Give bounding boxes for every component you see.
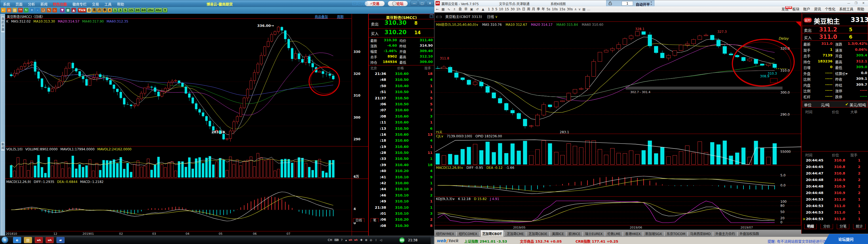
left-chart-area[interactable]: 美豆粉连(SMCC)〈日线〉 商品叠加 周期 KMA5:312.02MA10:3… [5,14,352,236]
menu-帮助[interactable]: 帮助 [114,0,127,6]
exchange-tab-外盘加权指数[interactable]: 外盘加权指数 [738,230,761,237]
wh6-icon[interactable]: wh [35,237,43,243]
filter-icon[interactable]: ▼ [60,8,65,12]
left-candlestick-chart[interactable]: 336.00→283.10 [5,19,352,232]
pobo-icon[interactable]: ▰ [56,237,65,243]
tab-daily[interactable]: 日线 [353,218,364,222]
trade-button[interactable]: ⚡交易 [365,1,385,6]
close-button[interactable]: ✕ [426,1,434,6]
trade-row[interactable]: :16310.6013 [369,132,434,139]
exchange-tab-芝加哥CBOE[interactable]: 芝加哥CBOE [527,230,549,237]
draw-icon[interactable]: ✎ [47,8,51,12]
wh6-icon[interactable]: wh [45,237,54,243]
menu-账户[interactable]: 账户 [803,6,810,12]
menu-徽商专栏[interactable]: 徽商专栏 [70,0,89,6]
quote-board-icon[interactable]: ▤ [12,8,17,12]
period-周[interactable]: 周 [92,8,97,12]
menu-页面[interactable]: 页面 [13,0,25,6]
trade-row[interactable]: :42310.001 [369,181,434,187]
refresh-icon[interactable]: ↻ [24,8,29,12]
trade-row[interactable]: :07310.607 [369,108,434,114]
trend-icon[interactable]: ▲ [71,8,76,12]
buy-row[interactable]: 买入 311.0 6 [802,33,868,41]
toolbar-nav[interactable]: ▦ [582,7,585,12]
ie-icon[interactable]: e [13,237,21,243]
trade-row[interactable]: :01310.103 [369,211,434,217]
zoom-out-icon[interactable]: - [35,8,40,12]
exchange-tab-纽约NYMEX[interactable]: 纽约NYMEX [434,230,456,237]
quote-tab-分笔[interactable]: 分笔 [837,224,849,229]
trade-row[interactable]: 20:44:53311.01 [802,204,868,210]
trade-row[interactable]: :13310.506 [369,126,434,132]
menu-交易[interactable]: 交易 [89,0,102,6]
exchange-tab-外盘主力合约[interactable]: 外盘主力合约 [714,230,736,237]
language-indicator[interactable]: CH [328,238,332,242]
period-月[interactable]: 月 [532,7,535,12]
maximize-button[interactable]: ❐ [853,1,859,5]
minimize-button[interactable]: — [410,1,418,6]
period-15[interactable]: 15 [128,8,134,12]
period-15[interactable]: 15 [505,7,509,12]
wh6-tray-icon[interactable]: wh [348,238,352,242]
trade-row[interactable]: 20:44:48310.92 [802,178,868,184]
right-candlestick-chart[interactable]: 311.8328.1327.3310.3302.7 - 301.4283.175… [434,22,801,225]
exchange-tab-伦敦LME[interactable]: 伦敦LME [606,230,622,237]
period-30s[interactable]: 30s [567,7,573,12]
trade-row[interactable]: :48310.504 [369,78,434,84]
menu-资讯[interactable]: 资讯 [814,6,821,12]
period-周[interactable]: 周 [527,7,530,12]
trade-row[interactable]: :18310.604 [369,139,434,144]
exchange-tab-东京TOCOM[interactable]: 东京TOCOM [665,230,687,237]
start-button[interactable]: ⊞ [1,236,8,243]
network-icon[interactable]: ⟟ [374,238,378,242]
period-年[interactable]: 年 [541,7,545,12]
trade-row[interactable]: :33310.501 [369,157,434,162]
zoom-in-icon[interactable]: + [30,8,34,12]
trade-row[interactable]: 21:38310.101 [369,206,434,211]
right-trades-list[interactable]: 20:44:45310.8120:44:45310.8220:44:47310.… [802,158,868,223]
period-季[interactable]: 季 [537,7,540,12]
exchange-tab-新加坡SGX[interactable]: 新加坡SGX [644,230,663,237]
plug-icon[interactable]: ⎆ [369,238,373,242]
menu-分析[interactable]: 分析 [25,0,38,6]
taskbar-clock[interactable]: 21:38 [408,238,417,242]
flame-icon[interactable]: ♨ [52,8,57,12]
exchange-tab-芝加哥CME[interactable]: 芝加哥CME [505,230,525,237]
period-季[interactable]: 季 [102,8,107,12]
trade-row[interactable]: 20:44:48310.92 [802,191,868,197]
lock-icon[interactable] [609,1,612,5]
back-icon[interactable]: ← [1,8,6,12]
menu-系统[interactable]: 系统 [0,0,13,6]
refresh-icon[interactable]: ↺ [475,7,480,12]
trade-row[interactable]: :28310.5011 [369,151,434,157]
period-1h[interactable]: 1h [516,7,520,12]
close-button[interactable]: ✕ [860,1,867,5]
wh6-tray-icon[interactable]: wh [354,238,358,242]
up-arrow-icon[interactable]: ▴ [344,238,348,242]
exchange-tab-芝加哥CBOT[interactable]: 芝加哥CBOT [480,230,504,237]
period-1[interactable]: 1 [113,8,117,12]
layers-icon[interactable]: ❏ [41,8,45,12]
period-Tick[interactable]: Tick [78,8,86,12]
menu-个性化[interactable]: 个性化 [825,6,835,12]
maximize-button[interactable]: □ [418,1,426,6]
trade-row[interactable]: 20:44:45310.82 [802,165,868,171]
back-icon[interactable]: ← [435,7,440,12]
exchange-tab-瑞士EUREX[interactable]: 瑞士EUREX [583,230,604,237]
unit-row[interactable]: 单位 元/吨 ✔ 美元/短吨 [802,101,868,108]
shield-icon[interactable]: ✚ [359,238,363,242]
period-3[interactable]: 3 [118,8,122,12]
save-icon[interactable]: ▣ [469,7,474,12]
quote-tab-分价[interactable]: 分价 [820,224,833,229]
nav-split-icon[interactable]: ⊟ [363,1,367,5]
trade-row[interactable]: 20:44:48310.92 [802,184,868,191]
trade-row[interactable]: :40310.204 [369,169,434,175]
period-10[interactable]: 10 [499,7,503,12]
chevron-down-icon[interactable]: ∨∨ [650,1,652,6]
period-1[interactable]: 1 [488,7,490,12]
trade-row[interactable]: 20:44:53311.01 [802,210,868,217]
order-icon[interactable]: 单 [463,7,468,12]
period-4hr[interactable]: 4hr [155,8,162,12]
trade-row[interactable]: 21:36310.6018 [369,72,434,78]
period-15s[interactable]: 15s [559,7,565,12]
